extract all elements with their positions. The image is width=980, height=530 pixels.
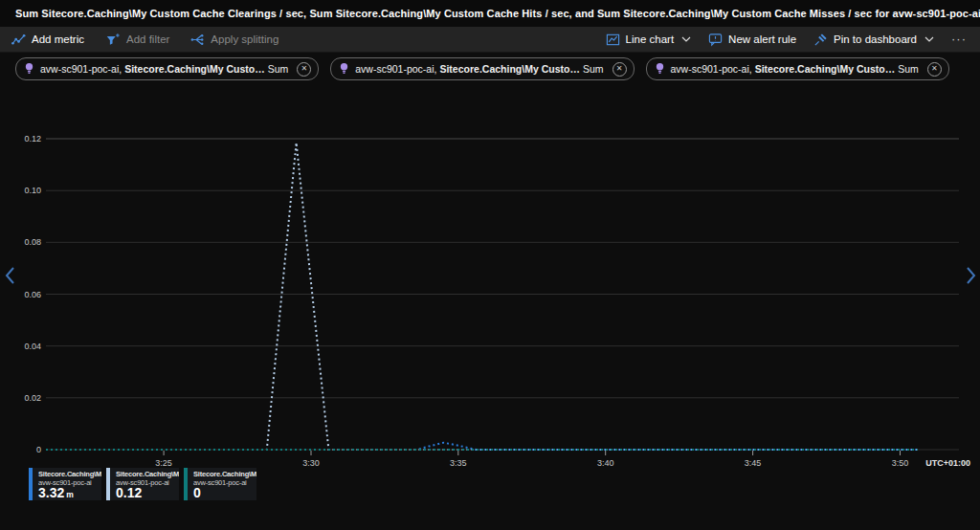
apply-splitting-button[interactable]: Apply splitting: [190, 33, 278, 47]
chart-scroll-left-button[interactable]: [2, 265, 17, 286]
svg-text:0: 0: [36, 445, 41, 454]
svg-text:0.04: 0.04: [24, 342, 41, 351]
legend-value: 0.12: [116, 487, 142, 499]
add-metric-icon: [11, 33, 26, 47]
legend-resource-name: avw-sc901-poc-ai: [193, 478, 253, 487]
svg-text:3:45: 3:45: [745, 458, 762, 468]
more-options-button[interactable]: ···: [951, 34, 967, 44]
svg-text:UTC+01:00: UTC+01:00: [925, 458, 970, 468]
chart-type-label: Line chart: [626, 33, 675, 45]
chart-scroll-right-button[interactable]: [963, 265, 978, 286]
lightbulb-icon: [655, 62, 665, 76]
svg-text:0.10: 0.10: [24, 186, 41, 195]
pill-aggregation: Sum: [268, 63, 289, 75]
lightbulb-icon: [24, 62, 34, 76]
legend-item[interactable]: Sitecore.Caching\My … avw-sc901-poc-ai 3…: [29, 468, 101, 500]
pill-aggregation: Sum: [898, 63, 919, 75]
metric-pill[interactable]: avw-sc901-poc-ai,Sitecore.Caching\My Cus…: [330, 57, 634, 80]
pill-aggregation: Sum: [583, 63, 604, 75]
alert-icon: [708, 33, 723, 47]
new-alert-rule-label: New alert rule: [728, 33, 796, 45]
toolbar-right-group: Line chart New alert rule: [606, 33, 969, 47]
toolbar-left-group: Add metric Add filter: [11, 33, 278, 47]
new-alert-rule-button[interactable]: New alert rule: [708, 33, 796, 47]
page-title: Sum Sitecore.Caching\My Custom Cache Cle…: [15, 8, 980, 19]
legend-metric-name: Sitecore.Caching\My …: [193, 470, 253, 478]
chart-title-bar: Sum Sitecore.Caching\My Custom Cache Cle…: [0, 0, 980, 27]
close-icon[interactable]: ✕: [297, 62, 311, 77]
chevron-down-icon: [681, 36, 691, 42]
metric-pill[interactable]: avw-sc901-poc-ai,Sitecore.Caching\My Cus…: [646, 57, 949, 80]
svg-text:0.12: 0.12: [24, 134, 41, 144]
svg-text:0.06: 0.06: [24, 290, 41, 299]
close-icon[interactable]: ✕: [927, 62, 942, 77]
svg-text:3:25: 3:25: [155, 458, 172, 468]
metric-pills-row: avw-sc901-poc-ai,Sitecore.Caching\My Cus…: [15, 57, 949, 80]
pin-icon: [813, 33, 828, 47]
azure-metrics-explorer: 00.020.040.060.080.100.123:253:303:353:4…: [0, 0, 980, 530]
legend-metric-name: Sitecore.Caching\My …: [116, 470, 175, 478]
pin-to-dashboard-dropdown[interactable]: Pin to dashboard: [813, 33, 934, 47]
pill-metric: Sitecore.Caching\My Custo…: [124, 63, 264, 75]
add-filter-button[interactable]: Add filter: [105, 33, 169, 47]
pill-metric: Sitecore.Caching\My Custo…: [755, 63, 895, 75]
add-metric-button[interactable]: Add metric: [11, 33, 84, 47]
lightbulb-icon: [339, 62, 349, 76]
legend-value: 0: [193, 487, 201, 499]
add-metric-label: Add metric: [32, 33, 84, 45]
legend-metric-name: Sitecore.Caching\My …: [38, 470, 98, 478]
pin-to-dashboard-label: Pin to dashboard: [834, 33, 917, 45]
svg-text:0.02: 0.02: [24, 393, 41, 403]
pill-label: avw-sc901-poc-ai,Sitecore.Caching\My Cus…: [671, 63, 922, 75]
filter-icon: [105, 33, 121, 47]
metric-pill[interactable]: avw-sc901-poc-ai,Sitecore.Caching\My Cus…: [15, 57, 319, 80]
svg-text:3:40: 3:40: [597, 458, 614, 468]
svg-text:3:30: 3:30: [302, 458, 320, 468]
line-chart-icon: [606, 33, 620, 47]
legend-item[interactable]: Sitecore.Caching\My … avw-sc901-poc-ai 0: [184, 468, 256, 500]
pill-resource: avw-sc901-poc-ai,: [40, 63, 122, 75]
legend-item[interactable]: Sitecore.Caching\My … avw-sc901-poc-ai 0…: [106, 468, 179, 500]
svg-text:3:50: 3:50: [892, 458, 909, 468]
pill-resource: avw-sc901-poc-ai,: [355, 63, 436, 75]
close-icon[interactable]: ✕: [612, 62, 627, 77]
legend-unit: m: [66, 489, 74, 500]
pill-label: avw-sc901-poc-ai,Sitecore.Caching\My Cus…: [40, 63, 291, 75]
chevron-down-icon: [924, 36, 934, 42]
legend-value: 3.32: [38, 487, 64, 499]
metrics-toolbar: Add metric Add filter: [0, 27, 980, 53]
add-filter-label: Add filter: [126, 33, 169, 45]
svg-text:3:35: 3:35: [450, 458, 467, 468]
pill-resource: avw-sc901-poc-ai,: [671, 63, 752, 75]
chart-type-dropdown[interactable]: Line chart: [606, 33, 692, 47]
svg-text:0.08: 0.08: [24, 237, 41, 247]
splitting-icon: [190, 33, 205, 47]
pill-label: avw-sc901-poc-ai,Sitecore.Caching\My Cus…: [355, 63, 606, 75]
apply-splitting-label: Apply splitting: [211, 33, 278, 45]
chart-legend: Sitecore.Caching\My … avw-sc901-poc-ai 3…: [29, 468, 256, 500]
pill-metric: Sitecore.Caching\My Custo…: [439, 63, 579, 75]
